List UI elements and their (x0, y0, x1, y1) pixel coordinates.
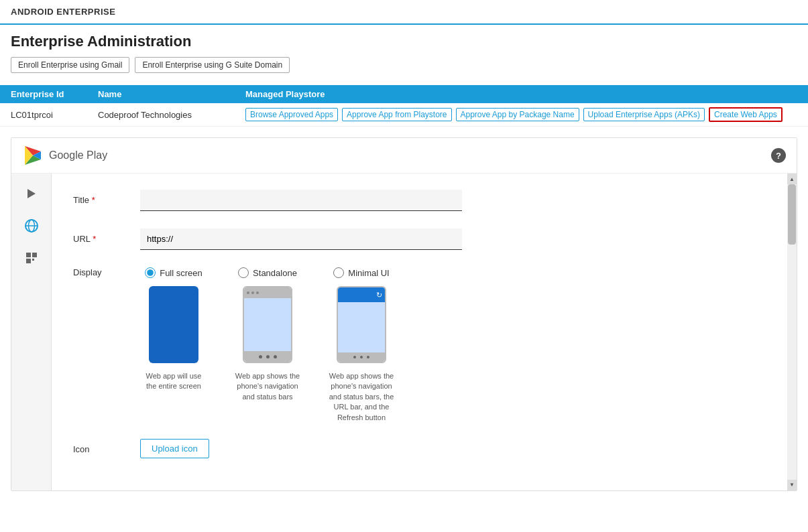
title-form-row: Title * (73, 190, 766, 212)
minimalui-radio[interactable] (333, 267, 344, 278)
display-option-minimalui: Minimal UI ↻ (328, 267, 395, 423)
enterprise-table: Enterprise Id Name Managed Playstore LC0… (0, 85, 808, 127)
grid-icon[interactable] (22, 249, 41, 267)
google-play-logo: Google Play (22, 145, 107, 166)
display-option-fullscreen: Full screen Web app will use the entire … (140, 267, 207, 392)
browse-approved-link[interactable]: Browse Approved Apps (245, 108, 338, 121)
url-input[interactable] (140, 228, 462, 250)
url-field (140, 228, 462, 251)
scroll-down-arrow[interactable]: ▼ (787, 480, 797, 490)
google-play-section: Google Play ? (11, 137, 797, 491)
svg-rect-7 (26, 259, 31, 263)
title-input[interactable] (140, 190, 462, 211)
upload-apks-link[interactable]: Upload Enterprise Apps (APKs) (583, 108, 705, 121)
icon-field: Upload icon (140, 439, 462, 458)
title-field (140, 190, 462, 212)
scrollbar[interactable]: ▲ ▼ (787, 174, 797, 490)
fullscreen-radio[interactable] (145, 267, 156, 278)
google-play-header: Google Play ? (11, 138, 797, 174)
google-play-text: Google Play (49, 149, 107, 161)
approve-playstore-link[interactable]: Approve App from Playstore (342, 108, 451, 121)
enroll-gmail-button[interactable]: Enroll Enterprise using Gmail (11, 57, 129, 73)
enterprise-id-cell: LC01tprcoi (11, 110, 98, 120)
gp-form-content: Title * URL * Display (52, 174, 787, 490)
svg-marker-1 (27, 189, 36, 198)
page-header: Enterprise Administration Enroll Enterpr… (0, 25, 808, 85)
fullscreen-radio-label[interactable]: Full screen (145, 267, 203, 278)
standalone-desc: Web app shows the phone's navigation and… (234, 371, 301, 402)
top-bar: ANDROID ENTERPRISE (0, 0, 808, 25)
display-form-row: Display Full screen Web app will use the… (73, 267, 766, 423)
google-play-body: Title * URL * Display (11, 174, 797, 490)
svg-rect-8 (32, 259, 34, 261)
google-play-icon (22, 145, 44, 166)
create-web-apps-link[interactable]: Create Web Apps (709, 107, 783, 122)
fullscreen-desc: Web app will use the entire screen (140, 371, 207, 392)
enroll-gsuite-button[interactable]: Enroll Enterprise using G Suite Domain (135, 57, 290, 73)
app-title: ANDROID ENTERPRISE (11, 7, 115, 17)
title-label: Title * (73, 190, 140, 205)
table-header: Enterprise Id Name Managed Playstore (0, 85, 808, 103)
gp-sidebar (11, 174, 52, 490)
col-name: Name (98, 89, 245, 99)
scrollbar-thumb[interactable] (788, 184, 796, 245)
display-options: Full screen Web app will use the entire … (140, 267, 596, 423)
col-enterprise-id: Enterprise Id (11, 89, 98, 99)
svg-rect-6 (32, 253, 37, 257)
page-title: Enterprise Administration (11, 33, 797, 50)
display-field: Full screen Web app will use the entire … (140, 267, 596, 423)
play-icon[interactable] (22, 184, 41, 203)
table-row: LC01tprcoi Codeproof Technologies Browse… (0, 103, 808, 127)
upload-icon-button[interactable]: Upload icon (140, 439, 209, 458)
col-managed-playstore: Managed Playstore (245, 89, 797, 99)
fullscreen-mockup (149, 286, 198, 363)
globe-icon[interactable] (22, 216, 41, 235)
display-label: Display (73, 267, 140, 277)
action-buttons: Enroll Enterprise using Gmail Enroll Ent… (11, 57, 797, 73)
minimalui-mockup: ↻ (337, 286, 386, 363)
url-form-row: URL * (73, 228, 766, 251)
scroll-up-arrow[interactable]: ▲ (787, 174, 797, 184)
minimalui-desc: Web app shows the phone's navigation and… (328, 371, 395, 423)
svg-rect-5 (26, 253, 31, 257)
minimalui-radio-label[interactable]: Minimal UI (333, 267, 389, 278)
url-label: URL * (73, 228, 140, 244)
display-option-standalone: Standalone (234, 267, 301, 402)
managed-playstore-cell: Browse Approved Apps Approve App from Pl… (245, 107, 797, 122)
enterprise-name-cell: Codeproof Technologies (98, 110, 245, 120)
approve-package-link[interactable]: Approve App by Package Name (456, 108, 579, 121)
help-button[interactable]: ? (771, 148, 786, 163)
icon-form-row: Icon Upload icon (73, 439, 766, 458)
standalone-radio[interactable] (238, 267, 249, 278)
standalone-radio-label[interactable]: Standalone (238, 267, 297, 278)
icon-label: Icon (73, 439, 140, 454)
standalone-mockup (243, 286, 292, 363)
